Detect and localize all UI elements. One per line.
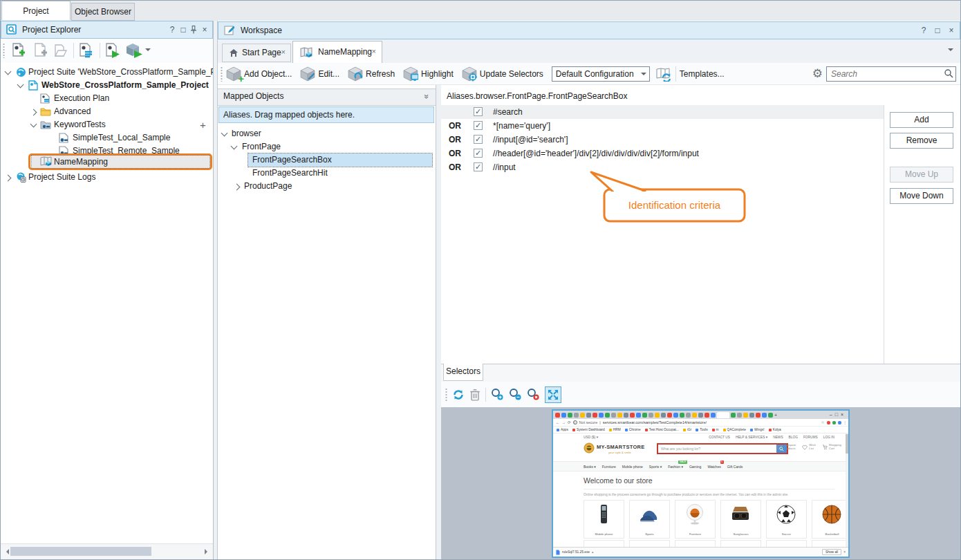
- chevron-down-icon[interactable]: [221, 130, 228, 137]
- execution-plan-icon[interactable]: [77, 42, 94, 59]
- update-selectors-button[interactable]: Update Selectors: [462, 66, 543, 82]
- move-down-button[interactable]: Move Down: [890, 188, 953, 204]
- fit-to-screen-icon[interactable]: [545, 386, 561, 403]
- tree-item-frontpagesearchbox[interactable]: FrontPageSearchBox: [218, 153, 435, 167]
- chevron-right-icon[interactable]: [30, 109, 37, 116]
- tree-item-project-suite-logs[interactable]: Project Suite Logs: [1, 171, 213, 184]
- tree-item-browser[interactable]: browser: [218, 127, 435, 140]
- keyword-test-icon: [59, 133, 70, 143]
- gear-icon[interactable]: ⚙: [812, 67, 823, 81]
- panel-splitter[interactable]: [436, 85, 441, 559]
- tree-item-execution-plan[interactable]: Execution Plan: [1, 92, 213, 105]
- product-card: Furniture: [675, 500, 716, 539]
- checkbox[interactable]: ✓: [474, 107, 483, 116]
- templates-button[interactable]: Templates...: [680, 69, 725, 79]
- selector-row[interactable]: OR ✓ //input[@id='search']: [441, 133, 884, 147]
- store-welcome-heading: Welcome to our store: [584, 476, 653, 485]
- tab-object-browser[interactable]: Object Browser: [71, 3, 135, 21]
- add-item-icon[interactable]: [32, 42, 48, 59]
- namemapping-icon: [300, 47, 312, 58]
- edit-button[interactable]: Edit...: [300, 66, 339, 82]
- new-project-icon[interactable]: [10, 42, 26, 59]
- close-icon[interactable]: ×: [946, 22, 957, 39]
- selector-row[interactable]: OR ✓ //header[@id='header']/div[2]/div/d…: [441, 147, 884, 160]
- add-test-plus-icon[interactable]: +: [200, 118, 206, 131]
- selector-row[interactable]: OR ✓ *[name='query']: [441, 119, 884, 133]
- add-object-button[interactable]: + Add Object...: [226, 66, 292, 82]
- tab-namemapping[interactable]: NameMapping ×: [292, 41, 382, 63]
- chevron-down-icon[interactable]: [231, 143, 238, 150]
- bookmarks-bar: Apps System Dashboard HRM Chrome Test Ho…: [553, 427, 848, 433]
- remove-button[interactable]: Remove: [890, 133, 953, 149]
- refresh-icon[interactable]: [452, 389, 465, 401]
- move-up-button[interactable]: Move Up: [890, 167, 953, 183]
- close-icon[interactable]: ×: [199, 21, 210, 38]
- highlight-button[interactable]: Highlight: [403, 66, 454, 82]
- tab-start-page[interactable]: Start Page ×: [222, 44, 291, 62]
- help-icon[interactable]: ?: [918, 22, 929, 39]
- tree-item-productpage[interactable]: ProductPage: [218, 180, 435, 193]
- chevron-down-icon[interactable]: [17, 82, 24, 88]
- refresh-button[interactable]: Refresh: [348, 66, 395, 82]
- help-icon[interactable]: ?: [167, 21, 178, 38]
- zoom-out-icon[interactable]: [509, 388, 522, 401]
- add-button[interactable]: Add: [890, 112, 953, 128]
- scroll-left-icon[interactable]: [3, 549, 9, 554]
- close-tab-icon[interactable]: ×: [372, 47, 376, 55]
- download-filename: ruleSql7.51.25.exe: [562, 550, 590, 554]
- update-mapping-icon[interactable]: [655, 66, 672, 82]
- tree-item-project[interactable]: WebStore_CrossPlatform_Sample_Project: [1, 79, 213, 92]
- toolbar-grip[interactable]: [221, 66, 223, 82]
- run-project-suite-icon[interactable]: [125, 42, 142, 59]
- chevron-right-icon[interactable]: [5, 175, 12, 182]
- tab-selectors[interactable]: Selectors: [443, 364, 483, 381]
- tree-item-project-suite[interactable]: Project Suite 'WebStore_CrossPlatform_Sa…: [1, 66, 213, 79]
- workspace-panel: Workspace ? □ × Start Page × NameMapping…: [218, 21, 960, 559]
- search-input[interactable]: [830, 68, 943, 80]
- horizontal-scrollbar[interactable]: [1, 543, 213, 559]
- tree-item-namemapping[interactable]: NameMapping: [32, 156, 209, 168]
- tree-item-keywordtests[interactable]: KeywordTests +: [1, 118, 213, 131]
- chevron-down-icon[interactable]: [30, 121, 37, 128]
- toolbar-separator: [675, 66, 676, 82]
- scrollbar-thumb[interactable]: [10, 547, 151, 556]
- tab-overflow-icon[interactable]: [948, 48, 953, 54]
- close-tab-icon[interactable]: ×: [281, 48, 286, 56]
- preview-toolbar: [441, 382, 960, 407]
- run-project-icon[interactable]: [104, 42, 120, 59]
- zoom-in-icon[interactable]: [491, 388, 504, 401]
- chevron-right-icon[interactable]: [234, 184, 241, 191]
- delete-icon[interactable]: [469, 389, 480, 401]
- product-card: Basketball: [812, 500, 846, 539]
- checkbox[interactable]: ✓: [474, 149, 483, 158]
- tree-item-advanced[interactable]: Advanced: [1, 105, 213, 118]
- toolbar-grip[interactable]: [445, 388, 447, 402]
- configuration-select[interactable]: Default Configuration: [552, 66, 650, 82]
- main-tab-bar: Project Workspace Object Browser: [1, 1, 960, 21]
- selector-row[interactable]: ✓ #search: [441, 105, 884, 119]
- checkbox[interactable]: ✓: [474, 121, 483, 130]
- open-item-icon[interactable]: [52, 42, 68, 59]
- pin-icon[interactable]: [188, 21, 199, 38]
- toolbar-grip[interactable]: [3, 43, 5, 58]
- search-box[interactable]: [826, 66, 956, 82]
- tree-item-frontpagesearchhit[interactable]: FrontPageSearchHit: [218, 167, 435, 180]
- aliases-drop-area[interactable]: Aliases. Drag mapped objects here.: [218, 106, 434, 123]
- scroll-right-icon[interactable]: [205, 549, 210, 554]
- object-screenshot[interactable]: + –□× ← → ⟳ i Not secure | services.smar…: [552, 409, 850, 558]
- execution-plan-icon: [40, 93, 51, 104]
- toolbar-separator: [485, 388, 486, 402]
- maximize-icon[interactable]: □: [932, 22, 943, 39]
- collapse-icon[interactable]: »: [419, 94, 433, 99]
- chevron-down-icon[interactable]: [5, 68, 12, 75]
- tree-item-simpletest-local[interactable]: SimpleTest_Local_Sample: [1, 131, 213, 144]
- tree-item-frontpage[interactable]: FrontPage: [218, 140, 435, 153]
- zoom-reset-icon[interactable]: [527, 388, 540, 401]
- tab-project-workspace[interactable]: Project Workspace: [1, 1, 71, 20]
- checkbox[interactable]: ✓: [474, 135, 483, 144]
- maximize-icon[interactable]: □: [178, 21, 189, 38]
- project-explorer-title: Project Explorer: [22, 21, 81, 38]
- checkbox[interactable]: ✓: [474, 162, 483, 171]
- run-dropdown-icon[interactable]: [145, 48, 151, 54]
- cube-edit-icon: [300, 66, 315, 82]
